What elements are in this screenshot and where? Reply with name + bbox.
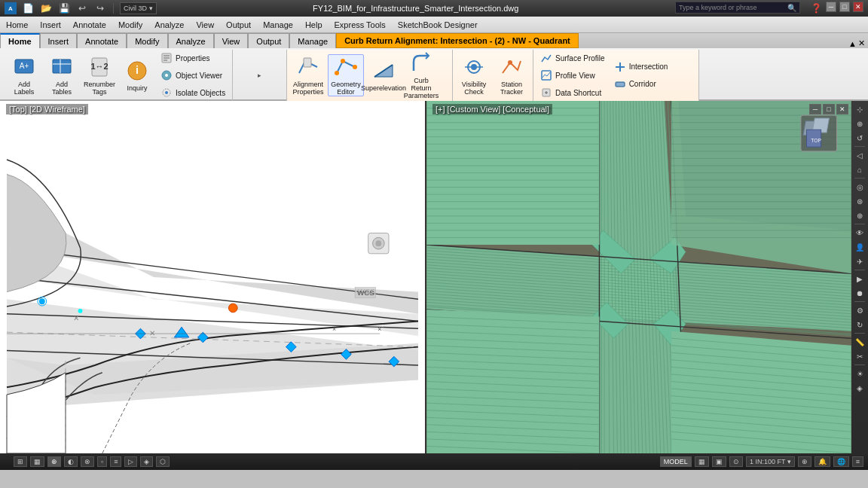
rt-light-btn[interactable]: ☀ xyxy=(853,367,866,380)
scale-label[interactable]: 1 IN:100 FT ▾ xyxy=(746,456,795,467)
alignment-properties-btn[interactable]: AlignmentProperties xyxy=(290,54,326,96)
object-viewer-btn[interactable]: Object Viewer xyxy=(157,67,229,84)
model-tab[interactable]: MODEL xyxy=(660,456,692,467)
viewport-minimize-btn[interactable]: ─ xyxy=(809,104,821,114)
geometry-editor-btn[interactable]: GeometryEditor xyxy=(328,54,364,96)
menu-output[interactable]: Output xyxy=(220,17,257,33)
osnap-icon[interactable]: ▫ xyxy=(97,456,107,467)
search-icon[interactable]: 🔍 xyxy=(787,4,796,12)
ribbon-collapse-btn[interactable]: ▲ xyxy=(848,39,857,48)
viewport-display-btn[interactable]: ▣ xyxy=(712,456,726,467)
ribbon-close-btn[interactable]: ✕ xyxy=(858,38,865,48)
rt-home-btn[interactable]: ⌂ xyxy=(853,163,866,176)
corridor-btn[interactable]: Corridor xyxy=(610,76,672,93)
rt-show-motion-btn[interactable]: ▶ xyxy=(853,272,866,285)
menu-annotate[interactable]: Annotate xyxy=(67,17,112,33)
rt-record-btn[interactable]: ⏺ xyxy=(853,286,866,300)
contextual-tab-label[interactable]: Curb Return Alignment: Intersection - (2… xyxy=(336,33,579,48)
maximize-btn[interactable]: □ xyxy=(839,2,850,12)
search-input[interactable]: Type a keyword or phrase xyxy=(679,4,784,11)
polar-icon[interactable]: ◐ xyxy=(64,456,78,467)
svg-rect-34 xyxy=(616,82,625,87)
menu-express[interactable]: Express Tools xyxy=(329,17,392,33)
menu-modify[interactable]: Modify xyxy=(112,17,148,33)
menu-home[interactable]: Home xyxy=(0,17,34,33)
customization-btn[interactable]: ≡ xyxy=(852,456,863,467)
viewport-maximize-btn[interactable]: □ xyxy=(823,104,835,114)
grid-icon[interactable]: ▦ xyxy=(30,456,44,467)
save-btn[interactable]: 💾 xyxy=(57,2,71,15)
viewport-grid-btn[interactable]: ▦ xyxy=(695,456,709,467)
svg-text:×: × xyxy=(332,325,336,333)
workspace-btn[interactable]: 🌐 xyxy=(833,456,849,467)
data-shortcut-btn[interactable]: Data Shortcut xyxy=(536,84,609,101)
rt-look-btn[interactable]: 👁 xyxy=(853,226,866,239)
superelevation-btn[interactable]: Superelevation xyxy=(365,54,402,96)
tab-view[interactable]: View xyxy=(214,33,249,48)
rt-fly-btn[interactable]: ✈ xyxy=(853,255,866,268)
station-tracker-btn[interactable]: StationTracker xyxy=(494,54,530,96)
rt-back-btn[interactable]: ◁ xyxy=(853,148,866,162)
app-dropdown[interactable]: Civil 3D ▾ xyxy=(120,2,157,14)
rt-orbit-btn[interactable]: ↺ xyxy=(853,131,866,145)
qp-icon[interactable]: ◈ xyxy=(140,456,153,467)
snap-tracking-icon[interactable]: ⊗ xyxy=(81,456,94,467)
add-tables-btn[interactable]: AddTables xyxy=(44,54,80,96)
isolate-objects-btn[interactable]: Isolate Objects xyxy=(157,84,229,101)
tab-manage[interactable]: Manage xyxy=(289,33,336,48)
annotation-scale-btn[interactable]: ⊕ xyxy=(798,456,811,467)
rt-constraint-btn[interactable]: ⊕ xyxy=(853,209,866,222)
menu-view[interactable]: View xyxy=(190,17,220,33)
launch-pad-col1: Surface Profile Profile View Data Shortc… xyxy=(536,50,609,101)
viewport-left[interactable]: [Top] [2D Wireframe] xyxy=(0,101,426,453)
menu-analyze[interactable]: Analyze xyxy=(148,17,190,33)
rt-walk-btn[interactable]: 👤 xyxy=(853,240,866,254)
svg-marker-188 xyxy=(426,310,599,453)
menu-sketchbook[interactable]: SketchBook Designer xyxy=(392,17,484,33)
tab-annotate[interactable]: Annotate xyxy=(77,33,127,48)
snap-icon[interactable]: ⊞ xyxy=(14,456,27,467)
intersection-btn[interactable]: Intersection xyxy=(610,59,672,75)
redo-btn[interactable]: ↪ xyxy=(93,2,107,15)
rt-3d-orbit-btn[interactable]: ◎ xyxy=(853,180,866,194)
close-btn[interactable]: ✕ xyxy=(853,2,863,12)
rt-measure-btn[interactable]: 📏 xyxy=(853,335,866,349)
tab-output[interactable]: Output xyxy=(248,33,289,48)
inquiry-btn[interactable]: i Inquiry xyxy=(119,54,155,96)
viewport-right[interactable]: [+] [Custom View] [Conceptual] ─ □ ✕ xyxy=(426,101,851,453)
surface-profile-btn[interactable]: Surface Profile xyxy=(536,50,609,66)
properties-btn[interactable]: Properties xyxy=(157,50,229,66)
rt-adjust-btn[interactable]: ⚙ xyxy=(853,303,866,317)
notification-btn[interactable]: 🔔 xyxy=(815,456,830,467)
rt-pan-btn[interactable]: ⊹ xyxy=(853,102,866,116)
menu-help[interactable]: Help xyxy=(299,17,329,33)
menu-insert[interactable]: Insert xyxy=(34,17,67,33)
rt-free-orbit-btn[interactable]: ⊛ xyxy=(853,194,866,208)
add-labels-btn[interactable]: A+ AddLabels xyxy=(6,54,42,96)
lineweight-icon[interactable]: ≡ xyxy=(110,456,121,467)
sc-icon[interactable]: ⬡ xyxy=(156,456,170,467)
viewport-snap-btn[interactable]: ⊙ xyxy=(729,456,743,467)
rt-section-btn[interactable]: ✂ xyxy=(853,349,866,363)
rt-material-btn[interactable]: ◈ xyxy=(853,381,866,395)
profile-view-btn[interactable]: Profile View xyxy=(536,67,609,84)
rt-sep3 xyxy=(854,224,865,224)
curb-return-btn[interactable]: Curb ReturnParameters xyxy=(403,54,439,96)
tpt-icon[interactable]: ▷ xyxy=(124,456,137,467)
visibility-check-btn[interactable]: VisibilityCheck xyxy=(456,54,492,96)
tab-analyze[interactable]: Analyze xyxy=(168,33,214,48)
tab-home[interactable]: Home xyxy=(0,33,40,48)
rt-zoom-btn[interactable]: ⊕ xyxy=(853,117,866,130)
undo-btn[interactable]: ↩ xyxy=(75,2,89,15)
viewport-close-btn[interactable]: ✕ xyxy=(836,104,848,114)
renumber-tags-btn[interactable]: 1↔2 RenumberTags xyxy=(81,54,118,96)
new-btn[interactable]: 📄 xyxy=(21,2,35,15)
open-btn[interactable]: 📂 xyxy=(39,2,53,15)
tab-insert[interactable]: Insert xyxy=(40,33,78,48)
rt-reset-btn[interactable]: ↻ xyxy=(853,318,866,331)
tab-modify[interactable]: Modify xyxy=(127,33,167,48)
minimize-btn[interactable]: ─ xyxy=(826,2,836,12)
menu-manage[interactable]: Manage xyxy=(257,17,299,33)
help-btn[interactable]: ❓ xyxy=(809,2,823,15)
ortho-icon[interactable]: ⊕ xyxy=(47,456,61,467)
